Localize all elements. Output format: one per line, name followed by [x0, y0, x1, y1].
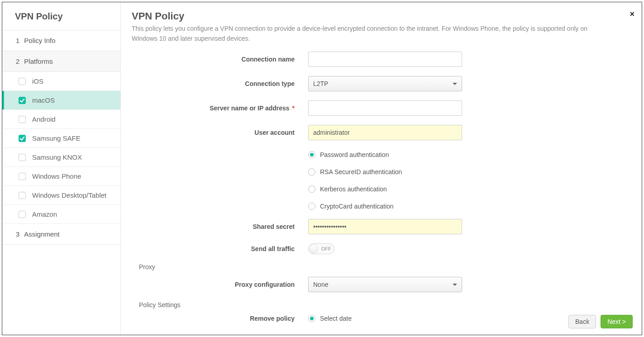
- close-icon[interactable]: ×: [630, 9, 634, 19]
- vpn-form: Connection name Connection type L2TP Ser…: [132, 52, 631, 322]
- connection-name-input[interactable]: [308, 52, 462, 67]
- next-button[interactable]: Next >: [601, 315, 633, 328]
- select-value: None: [313, 281, 328, 288]
- sidebar: VPN Policy 1 Policy Info 2 Platforms iOS…: [2, 2, 121, 335]
- label-proxy-configuration: Proxy configuration: [132, 281, 308, 288]
- radio-label: RSA SecureID authentication: [320, 168, 402, 176]
- radio-icon: [308, 151, 315, 158]
- sidebar-step-policy-info[interactable]: 1 Policy Info: [2, 30, 120, 51]
- toggle-label: OFF: [321, 247, 331, 252]
- step-number: 2: [16, 57, 19, 65]
- user-account-input[interactable]: [308, 125, 462, 140]
- platform-macos[interactable]: macOS: [2, 91, 120, 110]
- sidebar-step-platforms[interactable]: 2 Platforms: [2, 51, 120, 72]
- label-send-all-traffic: Send all traffic: [132, 245, 308, 252]
- required-indicator: *: [291, 104, 295, 112]
- checkbox-icon[interactable]: [19, 135, 26, 142]
- checkbox-icon[interactable]: [19, 154, 26, 161]
- label-user-account: User account: [132, 129, 308, 136]
- platform-amazon[interactable]: Amazon: [2, 205, 120, 224]
- platform-windows-desktop-tablet[interactable]: Windows Desktop/Tablet: [2, 186, 120, 205]
- platform-android[interactable]: Android: [2, 110, 120, 129]
- checkbox-icon[interactable]: [19, 192, 26, 199]
- radio-icon: [308, 315, 315, 322]
- step-number: 3: [16, 230, 19, 238]
- shared-secret-input[interactable]: [308, 219, 462, 234]
- label-connection-type: Connection type: [132, 80, 308, 87]
- platform-label: Android: [32, 115, 56, 123]
- toggle-knob-icon: [309, 244, 318, 253]
- platform-label: Windows Phone: [32, 172, 81, 180]
- label-remove-policy: Remove policy: [132, 315, 308, 322]
- sidebar-title: VPN Policy: [2, 2, 120, 30]
- label-server-name: Server name or IP address *: [132, 104, 308, 112]
- platform-ios[interactable]: iOS: [2, 72, 120, 91]
- radio-label: Password authentication: [320, 151, 389, 158]
- checkbox-icon[interactable]: [19, 173, 26, 180]
- radio-label: Select date: [320, 315, 352, 322]
- platform-windows-phone[interactable]: Windows Phone: [2, 167, 120, 186]
- main-panel: × VPN Policy This policy lets you config…: [121, 2, 642, 335]
- platform-list: iOS macOS Android Samsung SAFE Samsung K…: [2, 72, 120, 224]
- step-label: Assignment: [24, 230, 59, 238]
- auth-radio-group: Password authentication RSA SecureID aut…: [308, 149, 462, 210]
- back-button[interactable]: Back: [568, 315, 596, 328]
- radio-icon: [308, 168, 315, 176]
- section-policy-settings: Policy Settings: [139, 301, 631, 309]
- checkbox-icon[interactable]: [19, 116, 26, 123]
- radio-rsa-auth[interactable]: RSA SecureID authentication: [308, 168, 462, 176]
- platform-samsung-knox[interactable]: Samsung KNOX: [2, 148, 120, 167]
- radio-cryptocard-auth[interactable]: CryptoCard authentication: [308, 203, 462, 210]
- radio-kerberos-auth[interactable]: Kerberos authentication: [308, 185, 462, 193]
- label-shared-secret: Shared secret: [132, 223, 308, 230]
- checkbox-icon[interactable]: [19, 211, 26, 218]
- caret-down-icon: [453, 83, 457, 85]
- caret-down-icon: [453, 284, 457, 286]
- section-proxy: Proxy: [139, 263, 631, 271]
- platform-label: Windows Desktop/Tablet: [32, 191, 106, 199]
- radio-icon: [308, 185, 315, 193]
- step-label: Policy Info: [24, 37, 55, 44]
- checkbox-icon[interactable]: [19, 97, 26, 104]
- platform-label: iOS: [32, 77, 43, 85]
- page-title: VPN Policy: [132, 10, 631, 22]
- platform-label: Samsung SAFE: [32, 134, 81, 142]
- platform-label: Amazon: [32, 210, 57, 218]
- select-value: L2TP: [313, 80, 328, 87]
- platform-label: macOS: [32, 96, 55, 104]
- radio-password-auth[interactable]: Password authentication: [308, 151, 462, 158]
- platform-samsung-safe[interactable]: Samsung SAFE: [2, 129, 120, 148]
- radio-label: Kerberos authentication: [320, 185, 387, 193]
- step-label: Platforms: [24, 57, 52, 65]
- sidebar-step-assignment[interactable]: 3 Assignment: [2, 224, 120, 245]
- send-all-traffic-toggle[interactable]: OFF: [308, 243, 334, 254]
- radio-icon: [308, 203, 315, 210]
- server-name-input[interactable]: [308, 100, 462, 116]
- radio-select-date[interactable]: Select date: [308, 315, 462, 322]
- checkbox-icon[interactable]: [19, 78, 26, 85]
- footer-buttons: Back Next >: [568, 315, 633, 328]
- step-number: 1: [16, 37, 19, 44]
- platform-label: Samsung KNOX: [32, 153, 82, 161]
- radio-label: CryptoCard authentication: [320, 203, 394, 210]
- label-connection-name: Connection name: [132, 56, 308, 63]
- proxy-configuration-select[interactable]: None: [308, 277, 462, 292]
- page-description: This policy lets you configure a VPN con…: [132, 24, 611, 43]
- connection-type-select[interactable]: L2TP: [308, 76, 462, 91]
